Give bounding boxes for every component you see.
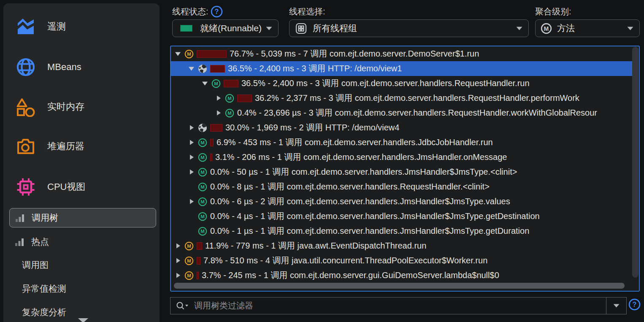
horizontal-scrollbar[interactable]	[174, 283, 625, 289]
sidebar-item-label: CPU视图	[47, 181, 85, 193]
time-bar	[197, 50, 227, 58]
time-bar	[210, 154, 212, 161]
tree-row[interactable]: M76.7% - 5,039 ms - 7 调用 com.ejt.demo.se…	[171, 46, 632, 61]
tree-row[interactable]: M0.0% - 6 µs - 2 调用 com.ejt.demo.server.…	[171, 194, 632, 209]
svg-text:M: M	[200, 140, 205, 145]
mbeans-icon	[15, 57, 36, 78]
sidebar-item-label: 热点	[31, 236, 49, 248]
collapse-arrow-icon[interactable]	[201, 80, 208, 87]
sidebar-item-label: 实时内存	[47, 100, 84, 113]
method-icon: M	[184, 49, 194, 59]
method-icon: M	[225, 108, 234, 118]
time-bar	[197, 257, 200, 265]
tree-row-text: 36.5% - 2,400 ms - 3 调用 com.ejt.demo.ser…	[241, 78, 530, 89]
tree-row[interactable]: M3.1% - 206 ms - 1 调用 com.ejt.demo.serve…	[171, 150, 632, 165]
svg-text:M: M	[200, 155, 205, 160]
sidebar-item-label: 遥测	[47, 20, 66, 33]
tree-row[interactable]: M3.7% - 245 ms - 1 调用 com.ejt.demo.serve…	[171, 268, 632, 283]
thread-status-help-icon[interactable]: ?	[211, 5, 223, 18]
expand-arrow-icon[interactable]	[188, 124, 195, 131]
http-request-icon	[198, 123, 207, 133]
sidebar-item-live-memory[interactable]: 实时内存	[3, 95, 160, 118]
time-bar	[197, 272, 199, 279]
method-icon: M	[198, 138, 207, 147]
svg-text:M: M	[187, 51, 191, 57]
method-icon: M	[198, 212, 207, 221]
tree-row-text: 3.1% - 206 ms - 1 调用 com.ejt.demo.server…	[215, 152, 507, 163]
svg-text:M: M	[200, 170, 205, 175]
tree-row[interactable]: M36.2% - 2,377 ms - 3 调用 com.ejt.demo.se…	[171, 91, 632, 106]
aggregation-dropdown[interactable]: M 方法	[535, 19, 640, 37]
time-bar	[224, 80, 238, 87]
sidebar-item-mbeans[interactable]: MBeans	[3, 56, 160, 78]
sidebar-item-telemetry[interactable]: 遥测	[3, 15, 160, 38]
sidebar-item-call-tree[interactable]: 调用树	[9, 208, 156, 227]
call-tree-panel: M76.7% - 5,039 ms - 7 调用 com.ejt.demo.se…	[170, 46, 640, 292]
method-icon: M	[198, 227, 207, 236]
tree-row[interactable]: M6.9% - 453 ms - 1 调用 com.ejt.demo.serve…	[171, 135, 632, 150]
filter-dropdown-button[interactable]	[606, 298, 626, 314]
sidebar-item-label: MBeans	[47, 62, 81, 73]
tree-row[interactable]: M0.0% - 8 µs - 1 调用 com.ejt.demo.server.…	[171, 179, 632, 194]
method-icon: M	[211, 79, 221, 88]
tree-row[interactable]: M0.0% - 4 µs - 1 调用 com.ejt.demo.server.…	[171, 209, 632, 224]
arrow-spacer	[188, 228, 195, 235]
aggregation-label: 聚合级别:	[535, 6, 571, 17]
sidebar-item-outlier-detection[interactable]: 异常值检测	[3, 280, 160, 297]
aggregation-value: 方法	[557, 22, 575, 34]
expand-arrow-icon[interactable]	[188, 169, 195, 176]
sidebar-item-cpu-views[interactable]: CPU视图	[3, 176, 160, 198]
sidebar-item-hot-spots[interactable]: 热点	[9, 233, 156, 250]
call-tree-filter	[170, 297, 627, 314]
expand-arrow-icon[interactable]	[174, 272, 181, 279]
tree-row[interactable]: M0.4% - 23,696 µs - 3 调用 com.ejt.demo.se…	[171, 106, 632, 120]
tree-row[interactable]: M0.0% - 1 µs - 1 调用 com.ejt.demo.server.…	[171, 224, 632, 238]
thread-status-dropdown[interactable]: 就绪(Runnable)	[172, 19, 279, 37]
sidebar: 遥测MBeans实时内存堆遍历器CPU视图调用树热点调用图异常值检测复杂度分析	[3, 3, 160, 322]
thread-selection-dropdown[interactable]: 所有线程组	[289, 19, 529, 37]
tree-row[interactable]: M7.8% - 510 ms - 4 调用 java.util.concurre…	[171, 253, 632, 268]
time-bar	[237, 95, 252, 102]
tree-row[interactable]: M0.0% - 50 µs - 1 调用 com.ejt.demo.server…	[171, 165, 632, 179]
time-bar	[210, 65, 225, 73]
search-icon[interactable]	[176, 301, 189, 311]
calltree-filter-input[interactable]	[193, 300, 606, 311]
tree-row[interactable]: M11.9% - 779 ms - 1 调用 java.awt.EventDis…	[171, 238, 632, 253]
expand-arrow-icon[interactable]	[188, 139, 195, 146]
tree-row[interactable]: 36.5% - 2,400 ms - 3 调用 HTTP: /demo/view…	[171, 61, 632, 76]
svg-text:M: M	[200, 214, 205, 219]
tree-row-text: 0.0% - 6 µs - 2 调用 com.ejt.demo.server.h…	[210, 196, 510, 207]
expand-arrow-icon[interactable]	[174, 243, 181, 249]
tree-row[interactable]: M36.5% - 2,400 ms - 3 调用 com.ejt.demo.se…	[171, 76, 632, 91]
method-icon: M	[184, 256, 194, 265]
expand-arrow-icon[interactable]	[215, 110, 222, 116]
tree-row-text: 6.9% - 453 ms - 1 调用 com.ejt.demo.server…	[216, 137, 493, 148]
arrow-spacer	[188, 213, 195, 220]
method-icon: M	[198, 197, 207, 206]
sidebar-item-call-graph[interactable]: 调用图	[3, 257, 160, 273]
method-icon: M	[184, 241, 194, 251]
hot-spots-icon	[15, 238, 25, 246]
expand-arrow-icon[interactable]	[188, 198, 195, 205]
collapse-arrow-icon[interactable]	[188, 65, 195, 72]
tree-row[interactable]: 30.0% - 1,969 ms - 2 调用 HTTP: /demo/view…	[171, 120, 632, 135]
collapse-arrow-icon[interactable]	[174, 51, 181, 57]
sidebar-item-label: 异常值检测	[22, 283, 66, 295]
expand-arrow-icon[interactable]	[174, 257, 181, 264]
vertical-scrollbar[interactable]	[632, 47, 639, 278]
sidebar-scroll-down-icon[interactable]	[78, 317, 89, 322]
sidebar-item-label: 堆遍历器	[47, 140, 84, 153]
time-bar	[197, 242, 202, 250]
method-icon: M	[184, 271, 194, 280]
expand-arrow-icon[interactable]	[215, 95, 222, 102]
svg-text:M: M	[187, 258, 191, 263]
filter-help-icon[interactable]: ?	[628, 298, 641, 311]
sidebar-item-heap-walker[interactable]: 堆遍历器	[3, 135, 160, 158]
expand-arrow-icon[interactable]	[188, 154, 195, 161]
tree-row-text: 0.0% - 8 µs - 1 调用 com.ejt.demo.server.h…	[210, 181, 490, 192]
time-bar	[210, 124, 222, 132]
tree-row-text: 0.4% - 23,696 µs - 3 调用 com.ejt.demo.ser…	[237, 107, 597, 119]
svg-text:?: ?	[215, 8, 219, 15]
thread-groups-icon	[295, 23, 307, 34]
method-icon: M	[198, 182, 207, 192]
